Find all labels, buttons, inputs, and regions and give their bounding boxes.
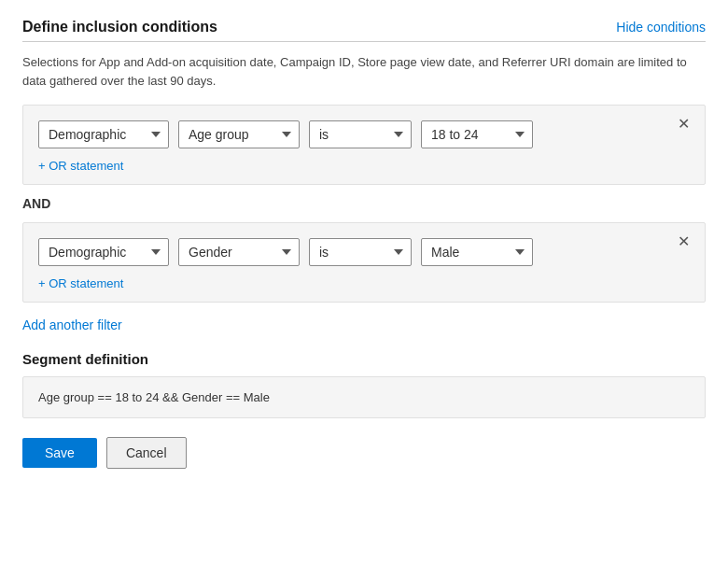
action-row: Save Cancel: [22, 437, 706, 469]
condition-block-2: ✕ Demographic App usage Store rating Acq…: [22, 222, 706, 303]
and-label: AND: [22, 196, 706, 211]
info-text: Selections for App and Add-on acquisitio…: [22, 53, 706, 90]
condition-2-field-select[interactable]: Age group Gender Country/region OS versi…: [178, 238, 300, 266]
cancel-button[interactable]: Cancel: [106, 437, 187, 469]
header-row: Define inclusion conditions Hide conditi…: [22, 19, 706, 35]
condition-2-row: Demographic App usage Store rating Acqui…: [38, 238, 690, 266]
segment-definition-expression: Age group == 18 to 24 && Gender == Male: [38, 390, 270, 404]
condition-2-operator-select[interactable]: is is not: [309, 238, 412, 266]
condition-2-category-select[interactable]: Demographic App usage Store rating Acqui…: [38, 238, 169, 266]
condition-1-value-select[interactable]: 18 to 24 25 to 34 35 to 49 50 and above …: [421, 120, 533, 148]
condition-block-1: ✕ Demographic App usage Store rating Acq…: [22, 105, 706, 185]
page-title: Define inclusion conditions: [22, 19, 217, 35]
add-another-filter-link[interactable]: Add another filter: [22, 317, 122, 332]
condition-1-field-select[interactable]: Age group Gender Country/region OS versi…: [178, 120, 300, 148]
condition-1-row: Demographic App usage Store rating Acqui…: [38, 120, 690, 148]
condition-2-value-select[interactable]: Male Female: [421, 238, 533, 266]
header-divider: [22, 41, 706, 42]
hide-conditions-link[interactable]: Hide conditions: [616, 20, 706, 35]
page-container: Define inclusion conditions Hide conditi…: [0, 0, 728, 578]
segment-definition-box: Age group == 18 to 24 && Gender == Male: [22, 376, 706, 418]
condition-1-operator-select[interactable]: is is not: [309, 120, 412, 148]
condition-2-or-statement-link[interactable]: + OR statement: [38, 276, 123, 290]
save-button[interactable]: Save: [22, 438, 97, 468]
close-condition-1-button[interactable]: ✕: [674, 115, 693, 134]
segment-definition-title: Segment definition: [22, 351, 706, 367]
condition-1-category-select[interactable]: Demographic App usage Store rating Acqui…: [38, 120, 169, 148]
close-condition-2-button[interactable]: ✕: [674, 233, 693, 251]
condition-1-or-statement-link[interactable]: + OR statement: [38, 159, 123, 173]
